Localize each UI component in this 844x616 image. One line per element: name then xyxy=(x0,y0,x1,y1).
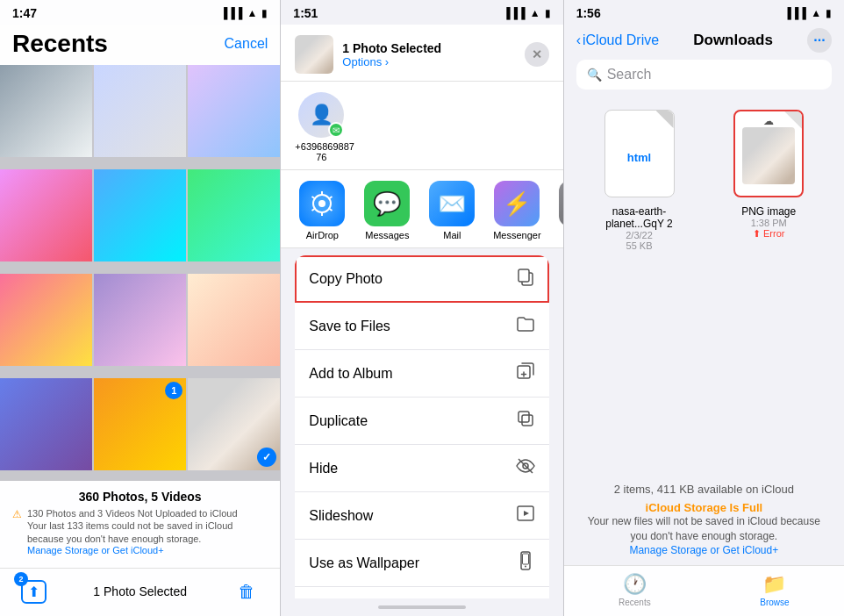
file-grid: html nasa-earth-planet...GqY 2 2/3/22 55… xyxy=(564,98,844,258)
storage-items-text: 2 items, 411 KB available on iCloud xyxy=(578,483,830,496)
messages-label: Messages xyxy=(365,230,409,240)
more-app-item[interactable]: ••• xyxy=(556,181,562,230)
add-to-album-label: Add to Album xyxy=(309,366,392,382)
photo-cell-7[interactable] xyxy=(0,274,92,366)
photo-cell-6[interactable] xyxy=(188,169,280,261)
photo-cell-8[interactable] xyxy=(94,274,186,366)
cloud-upload-icon: ☁ xyxy=(763,115,774,127)
bottom-tabs: 🕐 Recents 📁 Browse xyxy=(564,565,844,616)
messenger-app-item[interactable]: ⚡ Messenger xyxy=(491,181,542,240)
add-to-album-item[interactable]: Add to Album xyxy=(295,350,548,398)
html-label: html xyxy=(627,151,651,164)
save-to-files-item[interactable]: Save to Files xyxy=(295,303,548,350)
search-bar[interactable]: 🔍 Search xyxy=(576,60,832,90)
photos-header: Recents Cancel xyxy=(0,25,280,65)
copy-photo-item[interactable]: Copy Photo xyxy=(295,255,548,303)
duplicate-item[interactable]: Duplicate xyxy=(295,398,548,445)
wifi-icon: ▲ xyxy=(247,7,257,19)
back-button[interactable]: ‹ iCloud Drive xyxy=(576,32,659,48)
photo-cell-9[interactable] xyxy=(188,274,280,366)
slideshow-item[interactable]: Slideshow xyxy=(295,492,548,540)
signal-icon-3: ▐▐▐ xyxy=(784,7,807,19)
recents-tab-icon: 🕐 xyxy=(623,573,647,596)
photos-bottom: 360 Photos, 5 Videos ⚠ 130 Photos and 3 … xyxy=(0,481,280,568)
use-as-wallpaper-item[interactable]: Use as Wallpaper xyxy=(295,540,548,587)
photo-cell-10[interactable] xyxy=(0,378,92,470)
share-close-button[interactable]: ✕ xyxy=(525,42,549,67)
status-icons-1: ▐▐▐ ▲ ▮ xyxy=(220,7,268,19)
status-time-2: 1:51 xyxy=(293,6,318,20)
contact-avatar: 👤 ✉ xyxy=(298,92,344,138)
photo-cell-4[interactable] xyxy=(0,169,92,261)
icloud-warning: ⚠ 130 Photos and 3 Videos Not Uploaded t… xyxy=(12,507,268,555)
hide-icon xyxy=(516,456,535,480)
png-file-icon-wrap: ☁ xyxy=(729,105,808,202)
photo-cell-2[interactable] xyxy=(94,65,186,157)
html-file-icon-wrap: html xyxy=(600,105,679,202)
status-bar-2: 1:51 ▐▐▐ ▲ ▮ xyxy=(281,0,562,25)
duplicate-label: Duplicate xyxy=(309,413,368,429)
svg-marker-18 xyxy=(524,511,529,516)
copy-photo-label: Copy Photo xyxy=(309,271,383,287)
message-badge: ✉ xyxy=(328,122,344,138)
svg-point-1 xyxy=(318,200,325,207)
tab-browse[interactable]: 📁 Browse xyxy=(760,573,789,607)
photos-panel: 1:47 ▐▐▐ ▲ ▮ Recents Cancel 1 ✓ 36 xyxy=(0,0,280,616)
svg-line-3 xyxy=(330,197,333,198)
messages-app-item[interactable]: 💬 Messages xyxy=(361,181,412,240)
storage-warning: 2 items, 411 KB available on iCloud iClo… xyxy=(564,258,844,565)
icloud-nav: ‹ iCloud Drive Downloads ··· xyxy=(564,25,844,60)
contact-item[interactable]: 👤 ✉ +639686988776 xyxy=(295,92,347,162)
html-file-size: 55 KB xyxy=(626,240,653,251)
svg-point-21 xyxy=(525,566,526,568)
cancel-button[interactable]: Cancel xyxy=(225,36,268,52)
share-sheet-panel: 1:51 ▐▐▐ ▲ ▮ 1 Photo Selected Options › … xyxy=(281,0,562,616)
warning-text-1: 130 Photos and 3 Videos Not Uploaded to … xyxy=(27,507,268,519)
svg-rect-13 xyxy=(522,415,533,426)
more-options-button[interactable]: ··· xyxy=(807,28,832,53)
search-icon: 🔍 xyxy=(587,68,602,82)
manage-storage-link-3[interactable]: Manage Storage or Get iCloud+ xyxy=(578,544,830,556)
png-preview xyxy=(742,127,795,184)
use-as-wallpaper-label: Use as Wallpaper xyxy=(309,555,419,571)
airdrop-icon xyxy=(299,181,345,226)
hide-item[interactable]: Hide xyxy=(295,445,548,492)
airdrop-app-item[interactable]: AirDrop xyxy=(297,181,347,240)
mail-app-item[interactable]: ✉️ Mail xyxy=(426,181,477,240)
tab-recents[interactable]: 🕐 Recents xyxy=(619,573,651,607)
photo-grid: 1 ✓ xyxy=(0,65,280,481)
png-file-name: PNG image xyxy=(741,205,796,218)
action-list: Copy Photo Save to Files Add to Album Du… xyxy=(281,248,562,598)
share-thumbnail xyxy=(295,35,333,74)
warning-icon: ⚠ xyxy=(12,508,22,520)
mail-label: Mail xyxy=(443,230,461,240)
svg-rect-9 xyxy=(519,269,529,282)
trash-icon[interactable]: 🗑 xyxy=(231,576,262,607)
share-options-link[interactable]: Options › xyxy=(342,55,515,68)
share-button-wrap[interactable]: 2 ⬆ xyxy=(18,576,49,607)
photo-cell-5[interactable] xyxy=(94,169,186,261)
add-to-album-icon xyxy=(516,362,535,385)
svg-line-6 xyxy=(312,209,315,211)
contact-name: +639686988776 xyxy=(295,141,347,162)
mail-icon: ✉️ xyxy=(429,181,475,226)
more-icon: ••• xyxy=(559,181,562,226)
file-item-png[interactable]: ☁ PNG image 1:38 PM ⬆ Error xyxy=(711,105,826,251)
battery-icon-2: ▮ xyxy=(545,7,551,19)
photo-cell-11[interactable]: 1 xyxy=(94,378,186,470)
file-item-html[interactable]: html nasa-earth-planet...GqY 2 2/3/22 55… xyxy=(582,105,697,251)
photo-cell-1[interactable] xyxy=(0,65,92,157)
status-time-1: 1:47 xyxy=(12,6,37,20)
photo-cell-selected[interactable]: ✓ xyxy=(188,378,280,470)
signal-icon: ▐▐▐ xyxy=(220,7,243,19)
png-file-icon: ☁ xyxy=(733,110,804,197)
manage-storage-link[interactable]: Manage Storage or Get iCloud+ xyxy=(27,545,268,555)
messenger-label: Messenger xyxy=(493,230,540,240)
photo-cell-3[interactable] xyxy=(188,65,280,157)
photos-count: 360 Photos, 5 Videos xyxy=(12,490,268,504)
copy-icloud-link-item[interactable]: Copy iCloud Link xyxy=(295,587,548,598)
browse-tab-icon: 📁 xyxy=(762,573,786,596)
signal-icon-2: ▐▐▐ xyxy=(503,7,526,19)
status-bar-1: 1:47 ▐▐▐ ▲ ▮ xyxy=(0,0,280,25)
share-sheet-title: 1 Photo Selected xyxy=(342,41,515,55)
